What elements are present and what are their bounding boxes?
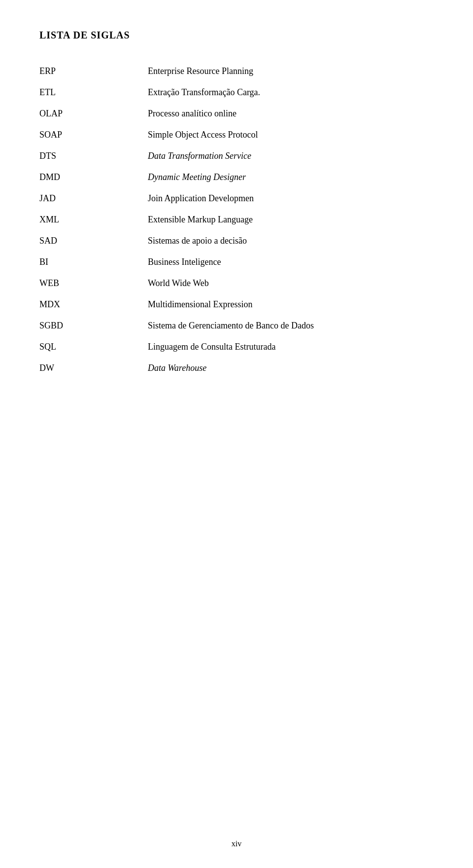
acronym-definition: Data Transformation Service — [148, 145, 434, 167]
acronym-definition: Join Application Developmen — [148, 188, 434, 209]
list-item: DTSData Transformation Service — [39, 145, 434, 167]
list-item: SQLLinguagem de Consulta Estruturada — [39, 336, 434, 358]
acronym-abbr: MDX — [39, 294, 148, 315]
acronym-abbr: ETL — [39, 82, 148, 103]
list-item: MDXMultidimensional Expression — [39, 294, 434, 315]
acronym-definition: Extração Transformação Carga. — [148, 82, 434, 103]
acronym-abbr: DMD — [39, 167, 148, 188]
list-item: ERPEnterprise Resource Planning — [39, 61, 434, 82]
acronym-definition: Linguagem de Consulta Estruturada — [148, 336, 434, 358]
acronym-abbr: XML — [39, 209, 148, 230]
acronym-definition: Enterprise Resource Planning — [148, 61, 434, 82]
acronym-abbr: DTS — [39, 145, 148, 167]
acronym-abbr: SAD — [39, 230, 148, 252]
list-item: DMDDynamic Meeting Designer — [39, 167, 434, 188]
acronym-definition: Multidimensional Expression — [148, 294, 434, 315]
acronym-definition: Extensible Markup Language — [148, 209, 434, 230]
list-item: SGBDSistema de Gerenciamento de Banco de… — [39, 315, 434, 336]
list-item: WEBWorld Wide Web — [39, 273, 434, 294]
acronym-definition: Processo analítico online — [148, 103, 434, 124]
acronym-abbr: WEB — [39, 273, 148, 294]
acronym-table: ERPEnterprise Resource PlanningETLExtraç… — [39, 61, 434, 379]
acronym-abbr: SQL — [39, 336, 148, 358]
acronym-abbr: SOAP — [39, 124, 148, 145]
list-item: SOAPSimple Object Access Protocol — [39, 124, 434, 145]
page-container: LISTA DE SIGLAS ERPEnterprise Resource P… — [0, 0, 473, 868]
list-item: JADJoin Application Developmen — [39, 188, 434, 209]
acronym-definition: Sistemas de apoio a decisão — [148, 230, 434, 252]
acronym-definition: Business Inteligence — [148, 252, 434, 273]
acronym-abbr: SGBD — [39, 315, 148, 336]
list-item: BIBusiness Inteligence — [39, 252, 434, 273]
acronym-abbr: BI — [39, 252, 148, 273]
acronym-definition: Simple Object Access Protocol — [148, 124, 434, 145]
acronym-definition: Dynamic Meeting Designer — [148, 167, 434, 188]
list-item: ETLExtração Transformação Carga. — [39, 82, 434, 103]
page-title: LISTA DE SIGLAS — [39, 30, 434, 41]
list-item: XMLExtensible Markup Language — [39, 209, 434, 230]
acronym-abbr: OLAP — [39, 103, 148, 124]
page-number: xiv — [232, 839, 241, 848]
list-item: OLAPProcesso analítico online — [39, 103, 434, 124]
acronym-abbr: ERP — [39, 61, 148, 82]
acronym-definition: World Wide Web — [148, 273, 434, 294]
acronym-abbr: DW — [39, 358, 148, 379]
list-item: DWData Warehouse — [39, 358, 434, 379]
acronym-definition: Data Warehouse — [148, 358, 434, 379]
list-item: SADSistemas de apoio a decisão — [39, 230, 434, 252]
acronym-abbr: JAD — [39, 188, 148, 209]
acronym-definition: Sistema de Gerenciamento de Banco de Dad… — [148, 315, 434, 336]
